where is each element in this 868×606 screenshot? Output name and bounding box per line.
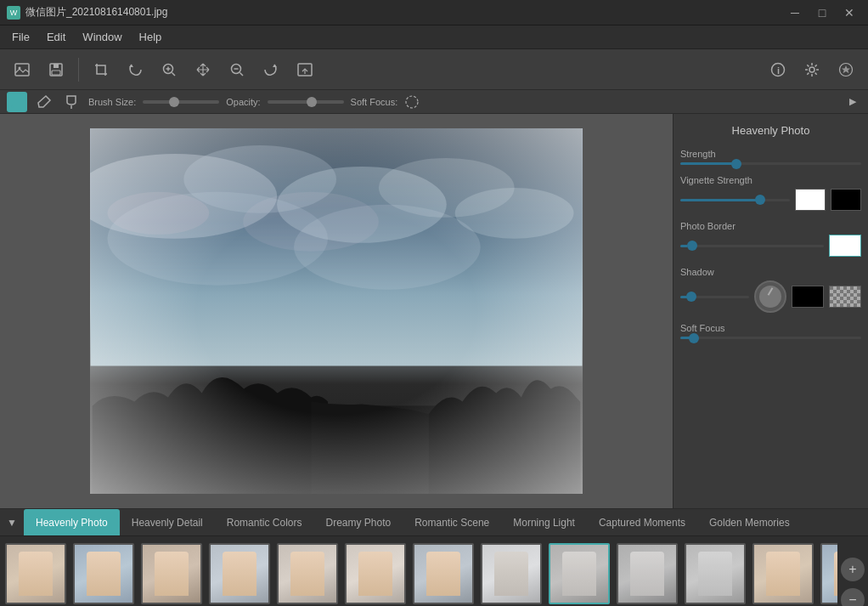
shadow-slider[interactable] — [680, 296, 749, 298]
filmstrip-scroll[interactable]: Heavenly Photo 01Heavenly Photo 02Heaven… — [0, 536, 837, 606]
strength-label: Strength — [680, 149, 861, 159]
filmstrip-item[interactable]: Heavenly Photo 03 — [139, 543, 204, 606]
film-thumb — [141, 543, 202, 604]
film-thumb-inner — [686, 545, 744, 603]
filmstrip-item[interactable]: Heavenly Photo 01 — [3, 543, 68, 606]
add-effect-button[interactable]: + — [841, 558, 865, 581]
tab-dropdown-button[interactable]: ▼ — [0, 509, 24, 536]
redo-button[interactable] — [256, 54, 286, 85]
filmstrip-item[interactable]: Heavenly Photo 09 — [547, 543, 612, 606]
brush-tool[interactable] — [7, 92, 27, 112]
film-thumb-figure — [223, 552, 256, 596]
shadow-color-black[interactable] — [792, 286, 824, 308]
border-color-swatch[interactable] — [829, 235, 861, 257]
zoom-out-button[interactable] — [222, 54, 252, 85]
film-thumb-inner — [211, 545, 268, 603]
menu-edit[interactable]: Edit — [38, 27, 74, 47]
film-thumb-figure — [562, 552, 596, 596]
opacity-slider[interactable] — [268, 100, 344, 104]
tab-morning-light[interactable]: Morning Light — [501, 509, 587, 536]
vignette-overlay — [90, 128, 583, 494]
canvas-area[interactable] — [0, 114, 673, 508]
soft-focus-label: Soft Focus: — [351, 97, 398, 107]
panel-title: Heavenly Photo — [680, 121, 861, 140]
shadow-control: Shadow — [680, 267, 861, 313]
export-button[interactable] — [290, 54, 320, 85]
vignette-color-white[interactable] — [795, 189, 826, 211]
app-icon: W — [7, 6, 20, 20]
filmstrip-item[interactable]: Heavenly Photo 12 — [751, 543, 815, 606]
paint-tool[interactable] — [61, 92, 82, 112]
filmstrip-item[interactable]: Heavenly Photo 11 — [683, 543, 747, 606]
film-thumb — [345, 543, 406, 604]
shadow-dial[interactable] — [754, 280, 786, 313]
menu-help[interactable]: Help — [131, 27, 171, 47]
filmstrip-item[interactable]: Heavenly Photo 10 — [615, 543, 679, 606]
save-button[interactable] — [41, 54, 71, 85]
more-options-button[interactable]: ▶ — [844, 93, 861, 110]
shadow-label: Shadow — [680, 267, 861, 277]
brush-size-slider[interactable] — [143, 100, 219, 104]
menu-window[interactable]: Window — [74, 27, 130, 47]
vignette-strength-control: Vignette Strength — [680, 175, 861, 211]
tab-dreamy-photo[interactable]: Dreamy Photo — [313, 509, 403, 536]
film-thumb-figure — [290, 552, 324, 596]
vignette-strength-label: Vignette Strength — [680, 175, 861, 185]
filmstrip-item[interactable]: Heavenly Photo 04 — [207, 543, 272, 606]
shadow-dial-inner — [759, 286, 781, 308]
window-title: 微信图片_20210816140801.jpg — [25, 5, 167, 20]
tab-romantic-scene[interactable]: Romantic Scene — [403, 509, 501, 536]
film-thumb — [73, 543, 134, 604]
film-thumb — [277, 543, 338, 604]
tab-golden-memories[interactable]: Golden Memories — [697, 509, 802, 536]
soft-focus-label: Soft Focus — [680, 323, 861, 333]
svg-line-6 — [172, 72, 176, 76]
menu-file[interactable]: File — [3, 27, 38, 47]
svg-point-19 — [406, 96, 418, 108]
filmstrip-item[interactable]: Heavenly Photo 13 — [819, 543, 837, 606]
film-thumb-inner — [279, 545, 336, 603]
film-thumb-figure — [155, 552, 189, 596]
tab-heavenly-photo[interactable]: Heavenly Photo — [24, 509, 120, 536]
image-button[interactable] — [7, 54, 37, 85]
film-thumb-inner — [414, 545, 472, 603]
vignette-color-black[interactable] — [831, 189, 861, 211]
film-thumb — [209, 543, 270, 604]
filmstrip-item[interactable]: Heavenly Photo 08 — [479, 543, 544, 606]
filmstrip-item[interactable]: Heavenly Photo 06 — [343, 543, 408, 606]
film-thumb-figure — [87, 552, 121, 596]
film-thumb — [820, 543, 837, 604]
close-button[interactable]: ✕ — [837, 4, 861, 21]
tab-heavenly-detail[interactable]: Heavenly Detail — [120, 509, 215, 536]
remove-effect-button[interactable]: − — [841, 588, 865, 606]
film-thumb-inner — [482, 545, 540, 603]
filmstrip-item[interactable]: Heavenly Photo 07 — [411, 543, 476, 606]
strength-slider[interactable] — [680, 162, 861, 165]
shadow-color-checker[interactable] — [829, 286, 861, 308]
zoom-in-button[interactable] — [154, 54, 184, 85]
tab-captured-moments[interactable]: Captured Moments — [587, 509, 697, 536]
effects-button[interactable] — [831, 54, 861, 85]
title-area: W 微信图片_20210816140801.jpg — [7, 5, 167, 20]
svg-line-10 — [240, 72, 244, 76]
vignette-strength-slider[interactable] — [680, 199, 790, 201]
info-button[interactable]: i — [763, 54, 793, 85]
minimize-button[interactable]: ─ — [783, 4, 807, 21]
menubar: File Edit Window Help — [0, 25, 868, 49]
maximize-button[interactable]: □ — [810, 4, 834, 21]
filmstrip-item[interactable]: Heavenly Photo 05 — [275, 543, 340, 606]
rotate-button[interactable] — [120, 54, 150, 85]
soft-focus-slider[interactable] — [680, 337, 861, 339]
window-controls: ─ □ ✕ — [783, 4, 861, 21]
crop-button[interactable] — [86, 54, 116, 85]
move-button[interactable] — [188, 54, 218, 85]
tab-romantic-colors[interactable]: Romantic Colors — [215, 509, 314, 536]
svg-rect-4 — [52, 71, 60, 75]
film-thumb-inner — [550, 545, 608, 603]
filmstrip-item[interactable]: Heavenly Photo 02 — [71, 543, 136, 606]
svg-rect-0 — [15, 64, 29, 76]
right-panel: Heavenly Photo Strength Vignette Strengt… — [673, 114, 868, 508]
photo-border-slider[interactable] — [680, 245, 824, 247]
eraser-tool[interactable] — [34, 92, 54, 112]
settings-button[interactable] — [797, 54, 827, 85]
